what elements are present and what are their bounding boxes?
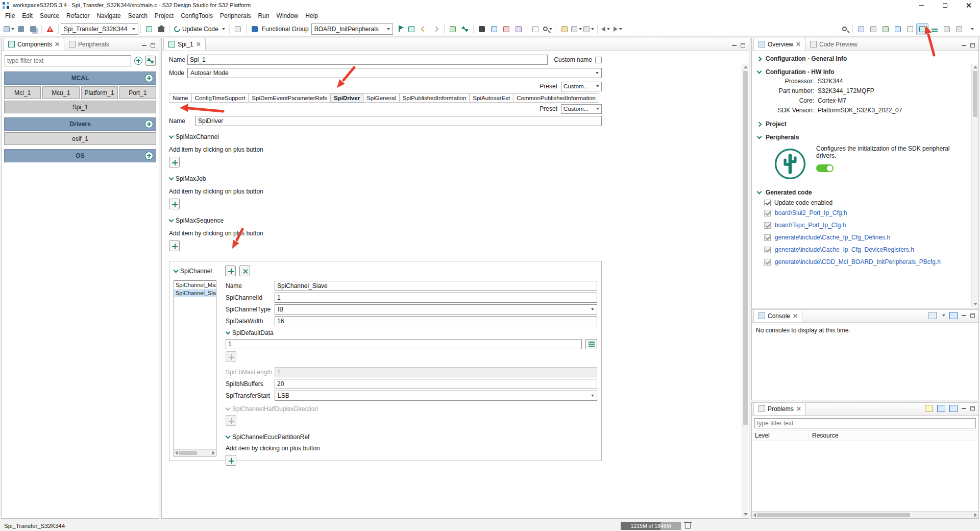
channel-id-input[interactable] bbox=[275, 293, 597, 303]
pins-tool-button-selected[interactable] bbox=[916, 23, 928, 35]
menu-source[interactable]: Source bbox=[36, 11, 63, 21]
component-spi[interactable]: Spi_1 bbox=[4, 101, 156, 113]
outline-dropdown-button[interactable] bbox=[571, 23, 583, 35]
scroll-right-icon[interactable] bbox=[212, 451, 215, 455]
garbage-collect-icon[interactable] bbox=[685, 523, 691, 529]
tab-components[interactable]: Components bbox=[3, 38, 64, 51]
component-osif[interactable]: osif_1 bbox=[4, 132, 156, 145]
file-checkbox[interactable] bbox=[764, 247, 771, 253]
group-by-button[interactable] bbox=[937, 405, 945, 412]
hierarchy-dropdown-button[interactable] bbox=[583, 23, 595, 35]
transfer-start-select[interactable]: LSB bbox=[275, 391, 597, 401]
add-mcal-button[interactable] bbox=[145, 74, 153, 82]
debug-perspective-button[interactable] bbox=[879, 23, 892, 35]
driver-name-input[interactable] bbox=[195, 116, 602, 126]
configtools-alert-button[interactable] bbox=[44, 23, 56, 35]
maximize-view-icon[interactable] bbox=[970, 43, 975, 47]
clocks-tool-button[interactable] bbox=[904, 23, 916, 35]
tab-spi1-editor[interactable]: Spi_1 bbox=[163, 38, 206, 51]
scrollbar-thumb[interactable] bbox=[179, 451, 197, 455]
menu-project[interactable]: Project bbox=[151, 11, 177, 21]
search-button[interactable] bbox=[838, 23, 850, 35]
quadspi-tool-button[interactable] bbox=[953, 23, 965, 35]
column-resource[interactable]: Resource bbox=[809, 430, 978, 441]
save-button[interactable] bbox=[15, 23, 27, 35]
scroll-down-icon[interactable] bbox=[744, 513, 748, 516]
minimize-view-icon[interactable] bbox=[962, 45, 966, 46]
file-link[interactable]: generate\include\Cache_Ip_Cfg_DeviceRegi… bbox=[775, 246, 914, 253]
minimize-view-icon[interactable] bbox=[732, 45, 737, 46]
functional-group-button[interactable] bbox=[249, 23, 261, 35]
add-component-button[interactable] bbox=[134, 57, 142, 65]
chevron-expanded-icon[interactable] bbox=[174, 268, 179, 273]
scroll-up-icon[interactable] bbox=[744, 66, 748, 68]
file-checkbox[interactable] bbox=[764, 259, 771, 266]
file-link[interactable]: board\Siul2_Port_Ip_Cfg.h bbox=[775, 209, 847, 216]
file-link[interactable]: generate\include\CDD_Mcl_BOARD_InitPerip… bbox=[775, 258, 941, 266]
component-mcu[interactable]: Mcu_1 bbox=[42, 86, 79, 99]
download-button[interactable] bbox=[488, 23, 500, 35]
component-name-input[interactable] bbox=[187, 55, 548, 65]
tab-name[interactable]: Name bbox=[169, 93, 192, 103]
close-icon[interactable] bbox=[796, 406, 801, 411]
open-perspective-button[interactable] bbox=[855, 23, 867, 35]
update-code-button[interactable]: Update Code bbox=[172, 23, 227, 35]
flag-button[interactable] bbox=[393, 23, 405, 35]
more-tools-button[interactable] bbox=[965, 23, 977, 35]
forward-nav-button[interactable] bbox=[612, 23, 624, 35]
problems-filter-input[interactable] bbox=[754, 418, 976, 428]
component-platform[interactable]: Platform_1 bbox=[81, 86, 118, 99]
file-link[interactable]: board\Tspc_Port_Ip_Cfg.h bbox=[775, 222, 846, 229]
default-data-menu-button[interactable] bbox=[585, 339, 597, 349]
menu-window[interactable]: Window bbox=[273, 11, 302, 21]
problems-hscrollbar[interactable] bbox=[752, 511, 978, 518]
section-ecucpartitionref[interactable]: SpiChannelEcucPartitionRef bbox=[226, 432, 597, 442]
tab-peripherals[interactable]: Peripherals bbox=[64, 38, 114, 51]
scroll-left-icon[interactable] bbox=[753, 513, 756, 517]
maximize-view-icon[interactable] bbox=[970, 313, 975, 318]
close-button[interactable] bbox=[957, 0, 980, 10]
filter-button[interactable] bbox=[949, 405, 958, 412]
tab-configtimesupport[interactable]: ConfigTimeSupport bbox=[192, 93, 249, 103]
resource-perspective-button[interactable] bbox=[867, 23, 879, 35]
import-button[interactable] bbox=[447, 23, 459, 35]
menu-file[interactable]: File bbox=[2, 11, 18, 21]
functional-group-combo[interactable]: BOARD_InitPeripherals bbox=[311, 23, 393, 35]
redo-button[interactable] bbox=[430, 23, 442, 35]
spimaxchannel-add-button[interactable] bbox=[169, 157, 180, 167]
palette-button[interactable] bbox=[512, 23, 525, 35]
chevron-down-icon[interactable] bbox=[942, 315, 945, 317]
tab-spidriver[interactable]: SpiDriver bbox=[331, 93, 363, 103]
maximize-button[interactable] bbox=[933, 0, 957, 10]
tab-commonpublishedinformation[interactable]: CommonPublishedInformation bbox=[513, 93, 599, 103]
scrollbar-thumb[interactable] bbox=[973, 71, 977, 117]
section-general-info[interactable]: Configuration - General Info bbox=[752, 51, 978, 64]
save-all-button[interactable] bbox=[27, 23, 39, 35]
menu-run[interactable]: Run bbox=[255, 11, 273, 21]
tab-console[interactable]: Console bbox=[753, 309, 802, 322]
undo-button[interactable] bbox=[418, 23, 430, 35]
section-spimaxchannel[interactable]: SpiMaxChannel bbox=[169, 132, 602, 141]
maximize-view-icon[interactable] bbox=[741, 43, 745, 47]
tab-spipublishedinformation[interactable]: SpiPublishedInformation bbox=[400, 93, 470, 103]
tab-spidemeventparameterrefs[interactable]: SpiDemEventParameterRefs bbox=[249, 93, 331, 103]
maximize-view-icon[interactable] bbox=[151, 43, 155, 47]
editor-vscrollbar[interactable] bbox=[742, 64, 748, 518]
search-gear-button[interactable] bbox=[542, 23, 554, 35]
channel-list-hscrollbar[interactable] bbox=[174, 449, 216, 456]
section-spimaxjob[interactable]: SpiMaxJob bbox=[169, 174, 602, 183]
peripherals-tool-button[interactable] bbox=[143, 23, 155, 35]
preset-select-driver[interactable]: Custom... bbox=[561, 104, 602, 114]
menu-search[interactable]: Search bbox=[125, 11, 151, 21]
back-nav-button[interactable] bbox=[600, 23, 612, 35]
column-level[interactable]: Level bbox=[752, 430, 809, 441]
spimaxsequence-add-button[interactable] bbox=[169, 240, 180, 251]
custom-name-checkbox[interactable] bbox=[595, 57, 602, 63]
pin-console-button[interactable] bbox=[949, 312, 958, 319]
minimize-view-icon[interactable] bbox=[142, 45, 146, 46]
data-width-input[interactable] bbox=[275, 316, 597, 326]
file-link[interactable]: generate\include\Cache_Ip_Cfg_Defines.h bbox=[775, 234, 890, 241]
menu-peripherals[interactable]: Peripherals bbox=[216, 11, 255, 21]
cpp-perspective-button[interactable] bbox=[892, 23, 904, 35]
scroll-right-icon[interactable] bbox=[974, 513, 977, 517]
